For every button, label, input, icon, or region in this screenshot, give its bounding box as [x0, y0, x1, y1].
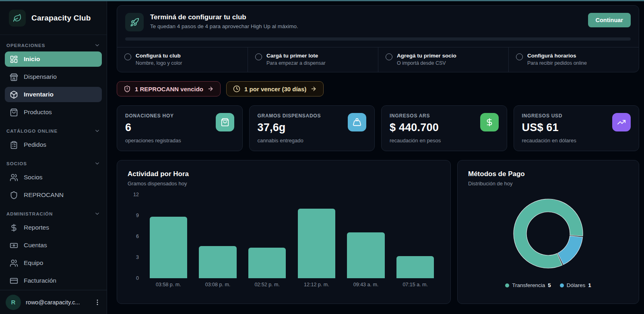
avatar-initial: R [11, 299, 16, 306]
sidebar-section-label: CATÁLOGO ONLINE [6, 129, 58, 133]
sidebar-item-reprocann[interactable]: REPROCANN [5, 187, 102, 203]
app-window: Carapacity Club OPERACIONESInicioDispens… [0, 1, 644, 314]
sidebar-item-cuentas[interactable]: Cuentas [5, 238, 102, 253]
x-tick-label: 03:58 p. m. [144, 282, 193, 287]
alert-badge-1-reprocann-vencido[interactable]: 1 REPROCANN vencido [117, 81, 221, 96]
stat-subtitle: cannabis entregado [258, 138, 321, 144]
sidebar-item-label: Facturación [24, 277, 56, 284]
chevron-down-icon[interactable] [94, 211, 100, 217]
sidebar-item-label: Productos [24, 109, 52, 116]
stat-value: 37,6g [258, 121, 321, 134]
step-subtitle: Nombre, logo y color [136, 60, 182, 66]
step-circle-icon [124, 53, 131, 60]
setup-step-configura-tu-club[interactable]: Configurá tu clubNombre, logo y color [117, 47, 248, 72]
step-subtitle: Para recibir pedidos online [527, 60, 587, 66]
arrow-right-icon [310, 86, 317, 92]
sidebar-section-socios[interactable]: SOCIOS [0, 155, 107, 170]
stat-subtitle: recaudación en dólares [522, 138, 576, 144]
sidebar-item-pedidos[interactable]: Pedidos [5, 137, 102, 152]
package-icon [10, 90, 18, 99]
stat-value: 6 [125, 121, 181, 134]
chevron-down-icon[interactable] [94, 160, 100, 166]
step-title: Configurá horarios [527, 53, 587, 59]
sidebar-item-inventario[interactable]: Inventario [5, 87, 102, 102]
sidebar-item-dispensario[interactable]: Dispensario [5, 69, 102, 84]
setup-banner-title: Terminá de configurar tu club [150, 13, 582, 21]
stat-card-ingresos-usd: INGRESOS USDUS$ 61recaudación en dólares [514, 105, 640, 151]
charts-row: Actividad por Hora Gramos dispensados ho… [117, 160, 639, 304]
sidebar-item-label: Inicio [24, 55, 40, 63]
payment-chart-title: Métodos de Pago [468, 170, 628, 178]
sidebar-section-label: ADMINISTRACIÓN [6, 211, 53, 216]
brand-name: Carapacity Club [31, 14, 91, 23]
users-icon [10, 259, 18, 267]
sidebar-item-socios[interactable]: Socios [5, 170, 102, 185]
y-tick-label: 9 [136, 213, 139, 218]
stat-label: GRAMOS DISPENSADOS [258, 113, 321, 119]
user-email: rowo@carapacity.c... [26, 299, 89, 306]
legend-value: 5 [548, 282, 551, 288]
y-tick-label: 3 [136, 254, 139, 260]
sidebar-item-label: Pedidos [24, 141, 46, 148]
shopping-bag-icon [10, 108, 18, 117]
setup-step-configura-horarios[interactable]: Configurá horariosPara recibir pedidos o… [508, 47, 639, 72]
bar [396, 256, 434, 278]
bar-column [390, 195, 440, 278]
x-tick-label: 09:43 a. m. [341, 282, 391, 287]
weight-icon [348, 113, 366, 131]
brand[interactable]: Carapacity Club [0, 1, 107, 35]
stat-card-ingresos-ars: INGRESOS ARS$ 440.700recaudación en peso… [381, 105, 507, 151]
stat-card-gramos-dispensados: GRAMOS DISPENSADOS37,6gcannabis entregad… [249, 105, 375, 151]
setup-step-agrega-tu-primer-socio[interactable]: Agregá tu primer socioO importá desde CS… [378, 47, 508, 72]
stat-card-donaciones-hoy: DONACIONES HOY6operaciones registradas [117, 105, 243, 151]
chevron-down-icon[interactable] [94, 128, 100, 134]
sidebar-item-reportes[interactable]: Reportes [5, 220, 102, 235]
step-circle-icon [516, 53, 523, 60]
sidebar-item-equipo[interactable]: Equipo [5, 255, 102, 271]
main-content: Terminá de configurar tu club Te quedan … [107, 1, 644, 314]
continue-button[interactable]: Continuar [588, 13, 631, 27]
avatar: R [6, 295, 21, 310]
bar-column [341, 195, 391, 278]
stat-value: $ 440.700 [390, 121, 441, 134]
stat-value: US$ 61 [522, 121, 576, 134]
setup-steps: Configurá tu clubNombre, logo y colorCar… [117, 47, 639, 72]
y-tick-label: 6 [136, 234, 139, 239]
alert-badge-1-por-vencer-30-dias-[interactable]: 1 por vencer (30 días) [226, 81, 324, 96]
x-tick-label: 12:12 p. m. [292, 282, 341, 287]
y-axis: 036912 [128, 195, 144, 278]
sidebar-section-label: OPERACIONES [6, 43, 45, 48]
stat-subtitle: operaciones registradas [125, 138, 181, 144]
sidebar-section-label: SOCIOS [6, 161, 27, 166]
legend-value: 1 [588, 282, 591, 288]
sidebar-nav: OPERACIONESInicioDispensarioInventarioPr… [0, 35, 107, 288]
stat-label: DONACIONES HOY [125, 113, 181, 119]
x-tick-label: 07:15 a. m. [390, 282, 440, 287]
bar-column [292, 195, 341, 278]
donut-chart [468, 188, 628, 279]
sidebar-section-catalogo-online[interactable]: CATÁLOGO ONLINE [0, 122, 107, 137]
sidebar-section-administracion[interactable]: ADMINISTRACIÓN [0, 205, 107, 220]
chevron-down-icon[interactable] [94, 42, 100, 48]
legend-item-dolares: Dólares1 [560, 282, 591, 288]
sidebar-item-productos[interactable]: Productos [5, 105, 102, 120]
activity-chart-card: Actividad por Hora Gramos dispensados ho… [117, 160, 451, 304]
clock-icon [233, 85, 240, 92]
legend-item-transferencia: Transferencia5 [505, 282, 551, 288]
setup-banner: Terminá de configurar tu club Te quedan … [117, 5, 639, 72]
sidebar-item-facturacion[interactable]: Facturación [5, 273, 102, 288]
sidebar-section-operaciones[interactable]: OPERACIONES [0, 37, 107, 51]
donut-legend: Transferencia5Dólares1 [468, 282, 628, 288]
sidebar-item-inicio[interactable]: Inicio [5, 51, 102, 67]
bar [298, 209, 335, 278]
legend-dot-icon [505, 283, 509, 287]
step-title: Configurá tu club [136, 53, 182, 59]
bar [347, 232, 384, 278]
setup-step-carga-tu-primer-lote[interactable]: Cargá tu primer lotePara empezar a dispe… [248, 47, 378, 72]
dollar-sign-icon [480, 113, 499, 131]
step-circle-icon [255, 53, 262, 60]
stat-subtitle: recaudación en pesos [390, 138, 441, 144]
user-menu[interactable]: R rowo@carapacity.c... [0, 290, 107, 314]
kebab-menu-icon[interactable] [94, 299, 101, 306]
stat-label: INGRESOS USD [522, 113, 576, 119]
